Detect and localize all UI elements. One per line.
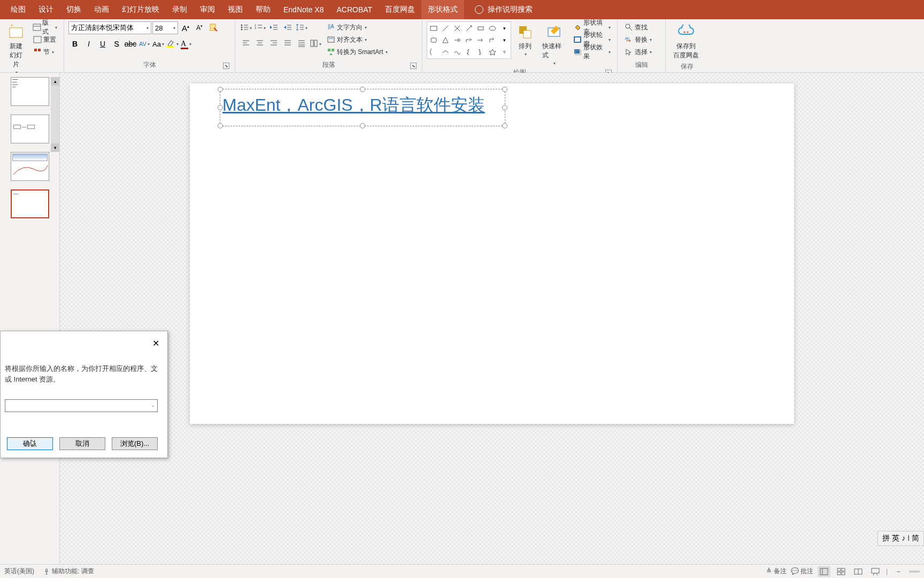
replace-button[interactable]: ab 替换▾ [622, 34, 654, 45]
change-case-button[interactable]: Aa▾ [152, 37, 165, 50]
status-language[interactable]: 英语(美国) [4, 567, 34, 576]
tab-transitions[interactable]: 切换 [60, 0, 88, 19]
highlight-button[interactable]: ▾ [166, 37, 179, 50]
ok-button[interactable]: 确认 [7, 437, 53, 450]
reset-button[interactable]: 重置 [30, 34, 59, 45]
status-accessibility[interactable]: 辅助功能: 调查 [43, 567, 94, 576]
new-slide-button[interactable]: 新建 幻灯片 ▾ [4, 21, 28, 77]
italic-button[interactable]: I [82, 37, 95, 50]
underline-button[interactable]: U [96, 37, 109, 50]
slide-thumb-3[interactable] [11, 152, 49, 181]
font-dialog-launcher[interactable]: ⬊ [223, 63, 229, 69]
title-textbox[interactable]: MaxEnt，ArcGIS，R语言软件安装 [220, 89, 505, 126]
font-color-button[interactable]: A▾ [180, 37, 192, 50]
dropdown-arrow-icon[interactable]: ⌄ [151, 402, 155, 409]
svg-text:{: { [467, 49, 469, 55]
clear-format-button[interactable] [207, 21, 220, 34]
handle-br[interactable] [502, 123, 507, 128]
svg-point-68 [684, 32, 686, 33]
tab-record[interactable]: 录制 [166, 0, 194, 19]
layout-button[interactable]: 版式▾ [30, 21, 59, 33]
font-size-select[interactable]: 28▾ [152, 21, 178, 34]
tab-design[interactable]: 设计 [32, 0, 60, 19]
cancel-button[interactable]: 取消 [59, 437, 105, 450]
font-color-icon: A [181, 39, 188, 49]
bullets-icon [240, 23, 249, 33]
run-input[interactable]: ⌄ [5, 399, 158, 412]
save-to-baidu-button[interactable]: 保存到 百度网盘 [670, 21, 702, 62]
handle-mr[interactable] [502, 105, 507, 110]
slide-thumb-2[interactable] [11, 115, 49, 143]
align-right-button[interactable] [267, 37, 280, 50]
strike-button[interactable]: abc [124, 37, 137, 50]
scroll-down-arrow[interactable]: ▾ [51, 143, 59, 152]
convert-smartart-button[interactable]: 转换为 SmartArt▾ [324, 46, 390, 58]
slide-thumb-4[interactable]: ━━━━━ [11, 189, 49, 218]
group-font-label: 字体⬊ [68, 59, 230, 70]
line-spacing-button[interactable]: ▾ [295, 21, 308, 34]
svg-text:}: } [479, 49, 481, 55]
columns-button[interactable]: ▾ [309, 37, 322, 50]
ime-indicator[interactable]: 拼 英 ♪ ⁞ 简 [877, 531, 924, 546]
tab-slideshow[interactable]: 幻灯片放映 [116, 0, 166, 19]
tab-draw[interactable]: 绘图 [4, 0, 32, 19]
shape-effects-button[interactable]: 形状效果▾ [571, 46, 613, 58]
find-button[interactable]: 查找 [622, 21, 650, 33]
zoom-slider[interactable] [909, 571, 920, 573]
increase-indent-icon [283, 23, 292, 33]
grow-font-button[interactable]: A▴ [179, 21, 192, 34]
slideshow-view-button[interactable] [869, 566, 882, 577]
font-name-select[interactable]: 方正清刻本悦宋简体▾ [68, 21, 151, 34]
tab-acrobat[interactable]: ACROBAT [330, 0, 379, 19]
decrease-indent-button[interactable] [267, 21, 280, 34]
reading-view-button[interactable] [852, 566, 865, 577]
zoom-out-button[interactable]: − [892, 566, 905, 577]
slide-canvas-area[interactable]: MaxEnt，ArcGIS，R语言软件安装 [60, 73, 924, 564]
char-spacing-button[interactable]: AV▾ [138, 37, 151, 50]
arrange-button[interactable]: 排列▾ [513, 21, 537, 59]
section-button[interactable]: 节▾ [30, 46, 59, 58]
handle-tm[interactable] [360, 87, 365, 92]
select-button[interactable]: 选择▾ [622, 46, 654, 58]
paragraph-dialog-launcher[interactable]: ⬊ [410, 63, 417, 69]
notes-button[interactable]: ≜ 备注 [766, 567, 786, 576]
bullets-button[interactable]: ▾ [240, 21, 252, 34]
align-left-button[interactable] [240, 37, 252, 50]
distributed-button[interactable] [295, 37, 308, 50]
align-text-button[interactable]: 对齐文本▾ [324, 34, 390, 45]
handle-bm[interactable] [360, 123, 365, 128]
comments-button[interactable]: 💬 批注 [791, 567, 813, 576]
handle-ml[interactable] [218, 105, 223, 110]
normal-view-button[interactable] [818, 566, 830, 577]
shapes-gallery[interactable]: ▾ ▾ { } ▿ [427, 21, 511, 59]
tab-view[interactable]: 视图 [221, 0, 249, 19]
tab-endnote[interactable]: EndNote X8 [277, 0, 330, 19]
browse-button[interactable]: 浏览(B)... [112, 437, 158, 450]
handle-bl[interactable] [218, 123, 223, 128]
sorter-view-button[interactable] [835, 566, 848, 577]
bold-button[interactable]: B [68, 37, 81, 50]
align-center-button[interactable] [253, 37, 266, 50]
quick-styles-button[interactable]: 快速样式▾ [539, 21, 569, 68]
slide-thumb-1[interactable]: ━━━━━━━━━━━━━━━━━ [11, 77, 49, 106]
shadow-button[interactable]: S [110, 37, 123, 50]
svg-point-55 [489, 26, 496, 31]
title-text[interactable]: MaxEnt，ArcGIS，R语言软件安装 [220, 89, 505, 121]
text-direction-button[interactable]: ||A 文字方向▾ [324, 21, 390, 33]
tell-me-search[interactable]: 操作说明搜索 [488, 5, 533, 14]
thumbnail-scrollbar[interactable]: ▴ ▾ [51, 77, 59, 152]
increase-indent-button[interactable] [281, 21, 294, 34]
scroll-up-arrow[interactable]: ▴ [51, 77, 59, 86]
tab-animations[interactable]: 动画 [88, 0, 116, 19]
tab-review[interactable]: 审阅 [194, 0, 221, 19]
handle-tl[interactable] [218, 87, 223, 92]
shrink-font-button[interactable]: A▾ [193, 21, 206, 34]
tab-help[interactable]: 帮助 [249, 0, 277, 19]
tab-baidupan[interactable]: 百度网盘 [379, 0, 421, 19]
justify-button[interactable] [281, 37, 294, 50]
tab-shape-format[interactable]: 形状格式 [421, 0, 464, 19]
handle-tr[interactable] [502, 87, 507, 92]
numbering-button[interactable]: 12▾ [253, 21, 266, 34]
dialog-close-button[interactable]: ✕ [150, 338, 161, 348]
svg-point-65 [626, 24, 630, 28]
